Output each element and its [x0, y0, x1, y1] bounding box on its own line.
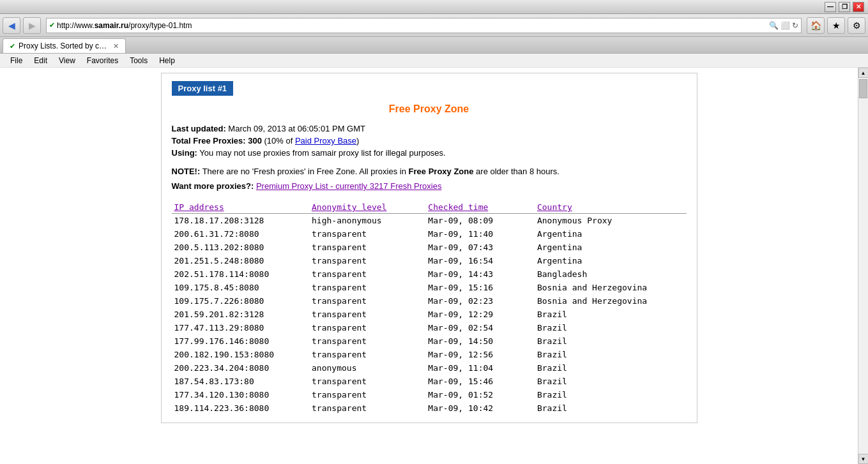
total-count-value: 300	[248, 136, 262, 146]
scroll-track[interactable]	[858, 78, 868, 454]
cell-ip: 177.47.113.29:8080	[172, 321, 310, 334]
cell-country: Bosnia and Herzegovina	[535, 294, 687, 308]
sort-ip-link[interactable]: IP address	[174, 202, 224, 212]
menu-help[interactable]: Help	[154, 55, 180, 66]
menu-file[interactable]: File	[5, 55, 27, 66]
cell-time: Mar-09, 02:23	[425, 294, 535, 308]
total-label: Total Free Proxies:	[172, 136, 246, 146]
using-label: Using:	[172, 148, 197, 158]
last-updated-label: Last updated:	[172, 124, 226, 133]
titlebar-buttons: — ❐ ✕	[825, 2, 864, 12]
forward-button[interactable]: ▶	[23, 17, 41, 34]
tab-bar: ✔ Proxy Lists. Sorted by count... ✕	[0, 37, 868, 54]
table-row: 201.251.5.248:8080transparentMar-09, 16:…	[172, 254, 687, 267]
header-country: Country	[535, 201, 687, 214]
page-title: Free Proxy Zone	[172, 103, 687, 115]
cell-time: Mar-09, 16:54	[425, 254, 535, 267]
cell-anon: transparent	[309, 294, 425, 308]
cell-time: Mar-09, 12:29	[425, 308, 535, 321]
cell-country: Brazil	[535, 348, 687, 361]
cell-ip: 200.223.34.204:8080	[172, 361, 310, 375]
cell-country: Brazil	[535, 308, 687, 321]
tab-close-button[interactable]: ✕	[113, 42, 119, 50]
tab-favicon-icon: ✔	[10, 42, 15, 50]
cell-time: Mar-09, 12:56	[425, 348, 535, 361]
favorites-button[interactable]: ★	[827, 17, 845, 34]
scroll-down-button[interactable]: ▼	[858, 454, 869, 464]
active-tab[interactable]: ✔ Proxy Lists. Sorted by count... ✕	[3, 38, 126, 53]
search-icon[interactable]: 🔍	[769, 21, 779, 30]
cell-anon: transparent	[309, 281, 425, 294]
note-section: NOTE!: There are no 'Fresh proxies' in F…	[172, 167, 687, 176]
table-row: 177.99.176.146:8080transparentMar-09, 14…	[172, 334, 687, 348]
cell-anon: transparent	[309, 321, 425, 334]
cell-ip: 178.18.17.208:3128	[172, 214, 310, 228]
cell-anon: transparent	[309, 241, 425, 254]
paid-proxy-link[interactable]: Paid Proxy Base	[295, 136, 356, 146]
compatibility-icon[interactable]: ⬜	[780, 21, 790, 30]
back-button[interactable]: ◀	[3, 17, 20, 34]
cell-country: Brazil	[535, 388, 687, 401]
cell-ip: 201.251.5.248:8080	[172, 254, 310, 267]
browser-toolbar: ◀ ▶ ✔ http://www.samair.ru/proxy/type-01…	[0, 14, 868, 37]
cell-ip: 109.175.7.226:8080	[172, 294, 310, 308]
menu-edit[interactable]: Edit	[29, 55, 52, 66]
cell-anon: transparent	[309, 254, 425, 267]
scrollbar: ▲ ▼	[858, 68, 868, 464]
table-row: 109.175.8.45:8080transparentMar-09, 15:1…	[172, 281, 687, 294]
address-bar[interactable]: ✔ http://www.samair.ru/proxy/type-01.htm…	[46, 18, 802, 33]
menu-tools[interactable]: Tools	[125, 55, 153, 66]
sort-time-link[interactable]: Checked time	[428, 202, 488, 212]
restore-button[interactable]: ❐	[839, 2, 850, 12]
table-row: 200.223.34.204:8080anonymousMar-09, 11:0…	[172, 361, 687, 375]
menu-favorites[interactable]: Favorites	[82, 55, 123, 66]
main-content: Proxy list #1 Free Proxy Zone Last updat…	[0, 68, 858, 464]
minimize-button[interactable]: —	[825, 2, 836, 12]
scroll-thumb[interactable]	[859, 79, 867, 98]
note-end: are older than 8 hours.	[476, 167, 560, 176]
want-more-label: Want more proxies?:	[172, 181, 254, 191]
table-row: 177.47.113.29:8080transparentMar-09, 02:…	[172, 321, 687, 334]
menu-bar: File Edit View Favorites Tools Help	[0, 54, 868, 68]
cell-country: Bosnia and Herzegovina	[535, 281, 687, 294]
cell-ip: 177.34.120.130:8080	[172, 388, 310, 401]
cell-time: Mar-09, 15:46	[425, 375, 535, 388]
cell-time: Mar-09, 15:16	[425, 281, 535, 294]
cell-ip: 200.61.31.72:8080	[172, 227, 310, 241]
tools-button[interactable]: ⚙	[848, 17, 865, 34]
cell-anon: transparent	[309, 375, 425, 388]
cell-time: Mar-09, 10:42	[425, 401, 535, 415]
proxy-table: IP address Anonymity level Checked time …	[172, 201, 687, 415]
table-row: 200.61.31.72:8080transparentMar-09, 11:4…	[172, 227, 687, 241]
table-row: 200.182.190.153:8080transparentMar-09, 1…	[172, 348, 687, 361]
table-row: 202.51.178.114:8080transparentMar-09, 14…	[172, 267, 687, 281]
cell-ip: 189.114.223.36:8080	[172, 401, 310, 415]
cell-country: Anonymous Proxy	[535, 214, 687, 228]
page-wrapper: Proxy list #1 Free Proxy Zone Last updat…	[0, 68, 868, 464]
menu-view[interactable]: View	[54, 55, 80, 66]
cell-ip: 201.59.201.82:3128	[172, 308, 310, 321]
table-row: 178.18.17.208:3128high-anonymousMar-09, …	[172, 214, 687, 228]
home-button[interactable]: 🏠	[807, 17, 825, 34]
address-bar-icons: 🔍 ⬜ ↻	[769, 21, 798, 30]
cell-anon: transparent	[309, 308, 425, 321]
note-text: There are no 'Fresh proxies' in Free Zon…	[202, 167, 406, 176]
header-anon: Anonymity level	[309, 201, 425, 214]
refresh-icon[interactable]: ↻	[792, 21, 798, 30]
want-more-line: Want more proxies?: Premium Proxy List -…	[172, 181, 687, 191]
premium-proxy-link[interactable]: Premium Proxy List - currently 3217 Fres…	[256, 181, 441, 191]
cell-time: Mar-09, 08:09	[425, 214, 535, 228]
scroll-up-button[interactable]: ▲	[858, 68, 869, 78]
sort-country-link[interactable]: Country	[537, 202, 572, 212]
cell-anon: transparent	[309, 334, 425, 348]
cell-ip: 177.99.176.146:8080	[172, 334, 310, 348]
note-bold: Free Proxy Zone	[409, 167, 474, 176]
cell-country: Brazil	[535, 401, 687, 415]
cell-anon: high-anonymous	[309, 214, 425, 228]
using-text: You may not use proxies from samair prox…	[199, 148, 445, 158]
cell-time: Mar-09, 11:40	[425, 227, 535, 241]
sort-anon-link[interactable]: Anonymity level	[312, 202, 386, 212]
close-button[interactable]: ✕	[853, 2, 864, 12]
proxy-box: Proxy list #1 Free Proxy Zone Last updat…	[161, 73, 697, 423]
table-row: 109.175.7.226:8080transparentMar-09, 02:…	[172, 294, 687, 308]
